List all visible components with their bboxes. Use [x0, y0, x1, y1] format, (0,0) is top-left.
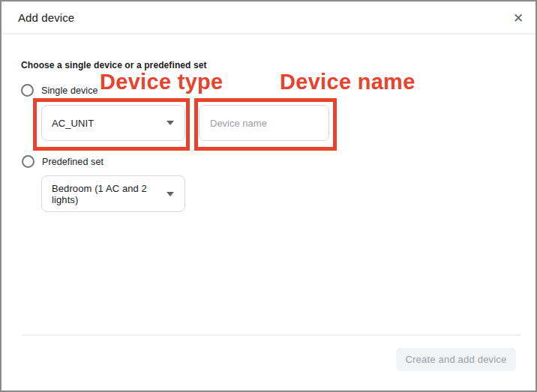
device-name-input[interactable] [199, 105, 329, 141]
dialog-header: Add device ✕ [2, 1, 536, 34]
predefined-set-radio[interactable] [22, 155, 34, 168]
predefined-set-select-value: Bedroom (1 AC and 2 lights) [52, 183, 166, 205]
chevron-down-icon [166, 121, 174, 125]
section-label: Choose a single device or a predefined s… [21, 60, 207, 70]
add-device-dialog: Add device ✕ Choose a single device or a… [0, 0, 537, 392]
predefined-set-select[interactable]: Bedroom (1 AC and 2 lights) [41, 175, 185, 212]
dialog-title: Add device [18, 1, 74, 34]
chevron-down-icon [166, 192, 174, 196]
predefined-set-radio-label: Predefined set [42, 157, 104, 167]
create-and-add-device-button[interactable]: Create and add device [396, 348, 516, 371]
single-device-radio-row[interactable]: Single device [21, 84, 98, 97]
footer-divider [22, 334, 521, 336]
device-type-select-value: AC_UNIT [52, 118, 94, 129]
device-type-select[interactable]: AC_UNIT [41, 105, 185, 141]
close-icon[interactable]: ✕ [508, 9, 528, 28]
annotation-device-name-label: Device name [280, 70, 416, 94]
predefined-set-radio-row[interactable]: Predefined set [22, 155, 104, 168]
annotation-device-type-label: Device type [100, 70, 224, 94]
single-device-radio[interactable] [21, 84, 34, 97]
single-device-radio-label: Single device [41, 85, 98, 96]
